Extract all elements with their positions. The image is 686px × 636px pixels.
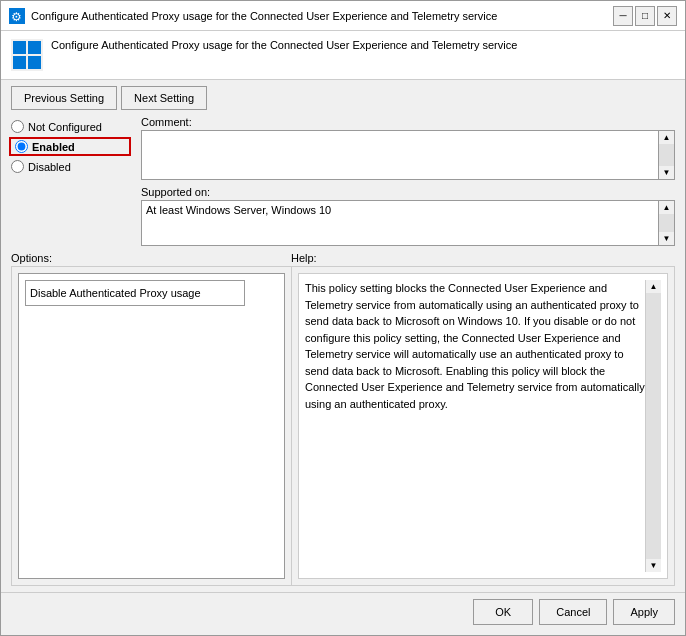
disabled-label: Disabled <box>28 161 71 173</box>
minimize-button[interactable]: ─ <box>613 6 633 26</box>
help-panel: This policy setting blocks the Connected… <box>292 267 674 585</box>
comment-scroll-area: ▲ ▼ <box>141 130 675 180</box>
svg-rect-6 <box>28 56 41 69</box>
header-section: Configure Authenticated Proxy usage for … <box>1 31 685 80</box>
comment-scroll-track <box>659 144 674 166</box>
disabled-radio[interactable] <box>11 160 24 173</box>
enabled-radio-item[interactable]: Enabled <box>9 137 131 156</box>
supported-on-field-group: Supported on: At least Windows Server, W… <box>141 186 675 246</box>
svg-text:⚙: ⚙ <box>11 10 22 24</box>
options-label: Options: <box>11 252 291 264</box>
not-configured-label: Not Configured <box>28 121 102 133</box>
title-bar: ⚙ Configure Authenticated Proxy usage fo… <box>1 1 685 31</box>
help-content: This policy setting blocks the Connected… <box>298 273 668 579</box>
help-label: Help: <box>291 252 675 264</box>
window-controls: ─ □ ✕ <box>613 6 677 26</box>
supported-scroll-down[interactable]: ▼ <box>661 232 673 245</box>
disabled-radio-item[interactable]: Disabled <box>11 160 131 173</box>
help-scroll-up[interactable]: ▲ <box>648 280 660 293</box>
cancel-button[interactable]: Cancel <box>539 599 607 625</box>
supported-on-area: At least Windows Server, Windows 10 ▲ ▼ <box>141 200 675 246</box>
dropdown-wrapper: Disable Authenticated Proxy usage Enable… <box>25 280 245 306</box>
svg-rect-4 <box>28 41 41 54</box>
apply-button[interactable]: Apply <box>613 599 675 625</box>
header-title: Configure Authenticated Proxy usage for … <box>51 39 675 51</box>
close-button[interactable]: ✕ <box>657 6 677 26</box>
supported-on-label: Supported on: <box>141 186 675 198</box>
not-configured-radio[interactable] <box>11 120 24 133</box>
window-title: Configure Authenticated Proxy usage for … <box>31 10 613 22</box>
header-icon <box>11 39 43 71</box>
comment-label: Comment: <box>141 116 675 128</box>
comment-textarea[interactable] <box>141 130 659 180</box>
maximize-button[interactable]: □ <box>635 6 655 26</box>
radio-group: Not Configured Enabled Disabled <box>11 116 131 246</box>
window-icon: ⚙ <box>9 8 25 24</box>
main-window: ⚙ Configure Authenticated Proxy usage fo… <box>0 0 686 636</box>
help-scroll-track <box>646 293 661 559</box>
svg-rect-5 <box>13 56 26 69</box>
help-text: This policy setting blocks the Connected… <box>305 280 645 572</box>
top-area: Not Configured Enabled Disabled Comment: <box>11 116 675 246</box>
previous-setting-button[interactable]: Previous Setting <box>11 86 117 110</box>
svg-rect-3 <box>13 41 26 54</box>
comment-scrollbar: ▲ ▼ <box>659 130 675 180</box>
next-setting-button[interactable]: Next Setting <box>121 86 207 110</box>
proxy-dropdown[interactable]: Disable Authenticated Proxy usage Enable… <box>25 280 245 306</box>
supported-scroll-track <box>659 214 674 232</box>
main-content: Not Configured Enabled Disabled Comment: <box>1 116 685 592</box>
options-content: Disable Authenticated Proxy usage Enable… <box>18 273 285 579</box>
panel-labels-row: Options: Help: <box>11 252 675 266</box>
not-configured-radio-item[interactable]: Not Configured <box>11 120 131 133</box>
options-panel: Disable Authenticated Proxy usage Enable… <box>12 267 292 585</box>
supported-scrollbar: ▲ ▼ <box>659 200 675 246</box>
comment-scroll-up[interactable]: ▲ <box>661 131 673 144</box>
ok-button[interactable]: OK <box>473 599 533 625</box>
options-help-panels: Disable Authenticated Proxy usage Enable… <box>11 266 675 586</box>
supported-on-value: At least Windows Server, Windows 10 <box>141 200 659 246</box>
enabled-label: Enabled <box>32 141 75 153</box>
nav-buttons-section: Previous Setting Next Setting <box>1 80 685 116</box>
help-scroll-down[interactable]: ▼ <box>648 559 660 572</box>
comment-scroll-down[interactable]: ▼ <box>661 166 673 179</box>
comment-field-group: Comment: ▲ ▼ <box>141 116 675 180</box>
help-scrollbar: ▲ ▼ <box>645 280 661 572</box>
enabled-radio[interactable] <box>15 140 28 153</box>
bottom-buttons: OK Cancel Apply <box>1 592 685 635</box>
supported-scroll-up[interactable]: ▲ <box>661 201 673 214</box>
right-fields: Comment: ▲ ▼ Supported on: At least Wind… <box>141 116 675 246</box>
